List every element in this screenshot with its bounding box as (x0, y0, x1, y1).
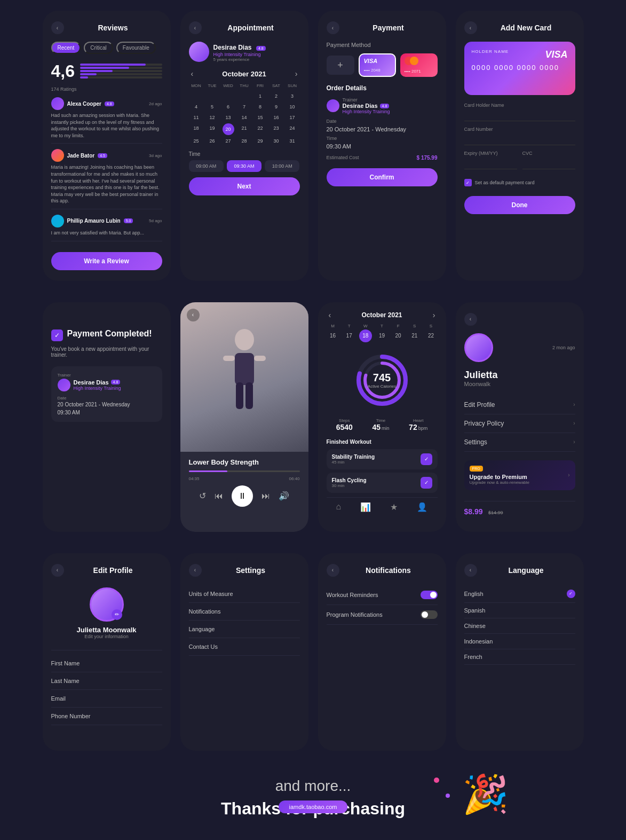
play-pause-button[interactable]: ⏸ (232, 485, 253, 507)
trainer-row: Desirae Dias 4.8 High Intensity Training… (189, 42, 300, 62)
default-checkbox-row: ✓ Set as default payment card (464, 179, 575, 186)
toggle-knob-1 (430, 592, 437, 598)
cal-prev[interactable]: ‹ (189, 69, 196, 78)
expiry-cvc-row: Expiry (MM/YY) CVC (464, 151, 575, 175)
selected-day[interactable]: 20 (223, 123, 234, 135)
stats-row: Steps 6540 Time 45 min Heart 72 bpm (327, 418, 438, 431)
lang-label-es: Spanish (464, 607, 486, 614)
default-checkbox[interactable]: ✓ (464, 179, 472, 186)
volume-icon[interactable]: 🔊 (279, 491, 289, 501)
toggle-2[interactable] (421, 610, 438, 619)
confetti-dot-2 (446, 794, 450, 798)
settings-contact[interactable]: Contact Us (189, 638, 300, 656)
back-button[interactable]: ‹ (51, 21, 64, 34)
lang-check-en: ✓ (567, 590, 575, 598)
pc-trainer-badge: 4.8 (111, 380, 121, 384)
notif-header: ‹ Notifications (327, 564, 438, 577)
lang-item-english[interactable]: English ✓ (464, 585, 575, 603)
write-review-button[interactable]: Write a Review (51, 252, 162, 270)
music-bg: ‹ (180, 302, 308, 452)
time-unit: min (382, 426, 390, 431)
music-back-button[interactable]: ‹ (187, 309, 200, 321)
pc-trainer-avatar (58, 379, 70, 391)
menu-privacy-policy[interactable]: Privacy Policy › (464, 414, 575, 433)
repeat-button[interactable]: ↺ (199, 491, 206, 501)
cost-row: Estimated Cost $ 175.99 (327, 155, 438, 161)
back-button-ep[interactable]: ‹ (51, 564, 64, 577)
ep-field-4[interactable]: Phone Number (51, 708, 162, 725)
card-number-label: Card Number (464, 127, 575, 132)
chart-nav-icon[interactable]: 📊 (360, 502, 371, 512)
star-nav-icon[interactable]: ★ (390, 502, 398, 512)
profile-nav-icon[interactable]: 👤 (417, 502, 427, 512)
time-label: Time (189, 151, 300, 157)
trainer-name: Desirae Dias (213, 44, 252, 51)
edit-profile-card: ‹ Edit Profile ✏ Julietta Moonwalk Edit … (43, 553, 171, 751)
heart-val: 72 (409, 423, 417, 431)
activity-cal-prev[interactable]: ‹ (327, 311, 334, 319)
card-number-input[interactable] (464, 134, 575, 145)
back-button-lang[interactable]: ‹ (464, 564, 477, 577)
upgrade-sub: Upgrade now & auto-renewable (470, 480, 530, 485)
time-chip-1[interactable]: 09:00 AM (189, 160, 224, 172)
music-progress[interactable] (189, 470, 300, 472)
cost-val: $ 175.99 (417, 155, 438, 161)
settings-notif[interactable]: Notifications (189, 603, 300, 621)
back-button-notif[interactable]: ‹ (327, 564, 339, 577)
tab-favourable[interactable]: Favourable (116, 42, 156, 54)
lang-item-indonesian[interactable]: Indonesian (464, 634, 575, 649)
confirm-button[interactable]: Confirm (327, 168, 438, 186)
next-button-music[interactable]: ⏭ (262, 491, 270, 501)
ep-field-1[interactable]: First Name (51, 655, 162, 672)
toggle-1[interactable] (421, 591, 438, 599)
review-item-1: Alexa Cooper 4.8 2d ago Had such an amaz… (51, 97, 162, 144)
trainer-info: Desirae Dias 4.8 High Intensity Training… (213, 42, 266, 62)
payment-trainer-info: Trainer Desirae Dias 4.8 High Intensity … (343, 97, 390, 114)
week-day-6: S 21 (408, 324, 421, 342)
lang-item-spanish[interactable]: Spanish (464, 603, 575, 618)
mastercard-card[interactable]: •••• 2071 (400, 53, 438, 77)
ep-avatar: ✏ (90, 587, 124, 622)
expiry-field: Expiry (MM/YY) (464, 151, 517, 169)
lang-item-french[interactable]: French (464, 649, 575, 665)
edit-avatar-icon[interactable]: ✏ (112, 609, 122, 620)
settings-units[interactable]: Units of Measure (189, 585, 300, 603)
back-button-appt[interactable]: ‹ (189, 21, 202, 34)
add-card-button[interactable]: + (327, 56, 354, 75)
pc-trainer-name: Desirae Dias (74, 379, 109, 386)
settings-lang[interactable]: Language (189, 621, 300, 638)
music-card: ‹ Lower Body Strength 04:35 06:40 ↺ ⏮ ⏸ … (180, 302, 308, 532)
card-holder-input[interactable] (464, 110, 575, 121)
profile-header: ‹ (464, 313, 575, 326)
back-button-st[interactable]: ‹ (189, 564, 202, 577)
tab-critical[interactable]: Critical (84, 42, 113, 54)
back-button-card[interactable]: ‹ (464, 21, 477, 34)
ep-field-3[interactable]: Email (51, 690, 162, 708)
time-chip-2[interactable]: 09:30 AM (227, 160, 262, 172)
tab-recent[interactable]: Recent (51, 42, 81, 54)
upgrade-row[interactable]: PRO Upgrade to Premium Upgrade now & aut… (464, 460, 575, 490)
cal-week-4: 1819 20 21222324 (189, 123, 300, 135)
expiry-input[interactable] (464, 158, 517, 169)
language-card: ‹ Language English ✓ Spanish Chinese Ind… (456, 553, 584, 751)
settings-header: ‹ Settings (189, 564, 300, 577)
cvc-input[interactable] (522, 158, 575, 169)
next-button[interactable]: Next (189, 177, 300, 195)
ep-field-2[interactable]: Last Name (51, 672, 162, 690)
wo-name-1: Stability Training (332, 454, 375, 460)
time-chip-3[interactable]: 10:00 AM (265, 160, 299, 172)
back-button-profile[interactable]: ‹ (464, 313, 477, 326)
trainer-label: Trainer (343, 97, 390, 103)
visa-card-1[interactable]: VISA •••• 2048 (359, 53, 396, 77)
pc-date-label: Date (58, 396, 156, 401)
cal-next[interactable]: › (293, 69, 300, 78)
done-button[interactable]: Done (464, 196, 575, 214)
lang-item-chinese[interactable]: Chinese (464, 618, 575, 634)
back-button-pay[interactable]: ‹ (327, 21, 339, 34)
home-nav-icon[interactable]: ⌂ (336, 502, 342, 512)
reviews-header: ‹ Reviews (51, 21, 162, 34)
prev-button[interactable]: ⏮ (215, 491, 223, 501)
menu-settings[interactable]: Settings › (464, 433, 575, 452)
activity-cal-next[interactable]: › (431, 311, 438, 319)
menu-edit-profile[interactable]: Edit Profile › (464, 396, 575, 414)
